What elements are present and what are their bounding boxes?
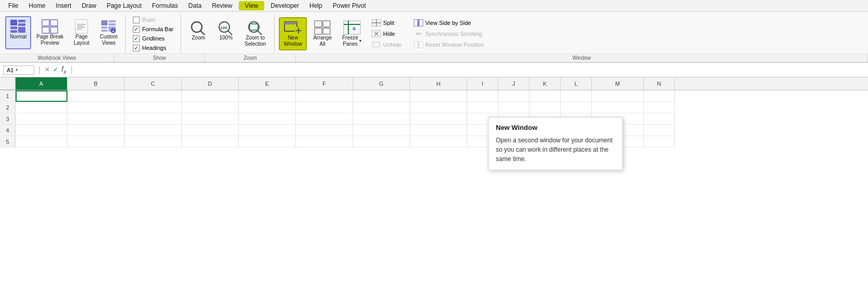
row-num-4[interactable]: 4: [0, 125, 16, 136]
col-header-E[interactable]: E: [239, 77, 296, 90]
cell-B3[interactable]: [67, 113, 125, 125]
cell-A4[interactable]: [16, 125, 67, 136]
page-layout-button[interactable]: Page Layout: [69, 16, 94, 49]
cell-C4[interactable]: [125, 125, 182, 136]
cell-L1[interactable]: [561, 90, 592, 102]
menu-page-layout[interactable]: Page Layout: [102, 1, 145, 10]
menu-home[interactable]: Home: [24, 1, 49, 10]
formula-input[interactable]: [77, 65, 865, 75]
cell-M1[interactable]: [592, 90, 644, 102]
cell-N1[interactable]: [644, 90, 675, 102]
formula-bar-checkbox[interactable]: Formula Bar: [133, 26, 174, 33]
cell-E5[interactable]: [239, 136, 296, 148]
cell-D4[interactable]: [182, 125, 239, 136]
cell-B1[interactable]: [67, 90, 125, 102]
cell-E4[interactable]: [239, 125, 296, 136]
cell-G4[interactable]: [353, 125, 410, 136]
gridlines-checkbox[interactable]: Gridlines: [133, 35, 174, 42]
cell-H4[interactable]: [410, 125, 467, 136]
cell-B2[interactable]: [67, 102, 125, 113]
row-num-5[interactable]: 5: [0, 136, 16, 148]
cell-H3[interactable]: [410, 113, 467, 125]
cell-N5[interactable]: [644, 136, 675, 148]
cell-A2[interactable]: [16, 102, 67, 113]
col-header-A[interactable]: A: [16, 77, 67, 90]
ruler-checkbox[interactable]: Ruler: [133, 17, 174, 23]
cell-K1[interactable]: [530, 90, 561, 102]
cell-F3[interactable]: [296, 113, 353, 125]
col-header-M[interactable]: M: [592, 77, 644, 90]
cell-G2[interactable]: [353, 102, 410, 113]
reset-window-position-button[interactable]: Reset Window Position: [412, 40, 486, 49]
cell-reference-box[interactable]: A1 ▾: [3, 65, 34, 75]
col-header-B[interactable]: B: [67, 77, 125, 90]
menu-power-pivot[interactable]: Power Pivot: [329, 1, 370, 10]
headings-checkbox[interactable]: Headings: [133, 45, 174, 51]
cell-I1[interactable]: [467, 90, 498, 102]
menu-insert[interactable]: Insert: [51, 1, 75, 10]
cell-N4[interactable]: [644, 125, 675, 136]
cell-A3[interactable]: [16, 113, 67, 125]
zoom-100-button[interactable]: 100 100%: [212, 17, 239, 50]
cell-C1[interactable]: [125, 90, 182, 102]
cell-F5[interactable]: [296, 136, 353, 148]
normal-view-button[interactable]: Normal: [5, 16, 31, 49]
split-button[interactable]: Split: [370, 18, 403, 28]
cell-B4[interactable]: [67, 125, 125, 136]
hide-button[interactable]: Hide: [370, 29, 403, 38]
cell-J2[interactable]: [498, 102, 530, 113]
col-header-H[interactable]: H: [410, 77, 467, 90]
cell-D5[interactable]: [182, 136, 239, 148]
cell-K2[interactable]: [530, 102, 561, 113]
synchronous-scrolling-button[interactable]: Synchronous Scrolling: [412, 29, 486, 38]
cell-F1[interactable]: [296, 90, 353, 102]
unhide-button[interactable]: Unhide: [370, 40, 403, 49]
col-header-C[interactable]: C: [125, 77, 182, 90]
view-side-by-side-button[interactable]: View Side by Side: [412, 18, 486, 28]
row-num-1[interactable]: 1: [0, 90, 16, 102]
menu-review[interactable]: Review: [208, 1, 236, 10]
menu-file[interactable]: File: [4, 1, 22, 10]
cell-D2[interactable]: [182, 102, 239, 113]
cell-E3[interactable]: [239, 113, 296, 125]
function-icon[interactable]: fx: [61, 65, 66, 75]
menu-view[interactable]: View: [239, 1, 265, 10]
arrange-all-button[interactable]: Arrange All: [309, 17, 336, 50]
cancel-formula-icon[interactable]: ✕: [45, 66, 50, 73]
menu-draw[interactable]: Draw: [77, 1, 100, 10]
cell-L2[interactable]: [561, 102, 592, 113]
cell-G3[interactable]: [353, 113, 410, 125]
cell-E1[interactable]: [239, 90, 296, 102]
confirm-formula-icon[interactable]: ✓: [53, 66, 58, 73]
col-header-F[interactable]: F: [296, 77, 353, 90]
page-break-preview-button[interactable]: Page Break Preview: [32, 16, 67, 49]
cell-C5[interactable]: [125, 136, 182, 148]
zoom-selection-button[interactable]: Zoom to Selection: [240, 17, 270, 50]
col-header-G[interactable]: G: [353, 77, 410, 90]
row-num-3[interactable]: 3: [0, 113, 16, 125]
cell-G1[interactable]: [353, 90, 410, 102]
cell-A5[interactable]: [16, 136, 67, 148]
menu-help[interactable]: Help: [305, 1, 327, 10]
cell-F2[interactable]: [296, 102, 353, 113]
cell-I2[interactable]: [467, 102, 498, 113]
col-header-L[interactable]: L: [561, 77, 592, 90]
cell-D1[interactable]: [182, 90, 239, 102]
cell-D3[interactable]: [182, 113, 239, 125]
cell-M2[interactable]: [592, 102, 644, 113]
cell-E2[interactable]: [239, 102, 296, 113]
cell-C3[interactable]: [125, 113, 182, 125]
cell-H1[interactable]: [410, 90, 467, 102]
freeze-panes-button[interactable]: ❄ FreezePanes ▾: [338, 17, 365, 50]
cell-C2[interactable]: [125, 102, 182, 113]
cell-N2[interactable]: [644, 102, 675, 113]
menu-data[interactable]: Data: [184, 1, 206, 10]
row-num-2[interactable]: 2: [0, 102, 16, 113]
menu-formulas[interactable]: Formulas: [148, 1, 182, 10]
cell-F4[interactable]: [296, 125, 353, 136]
custom-views-button[interactable]: + Custom Views: [96, 16, 121, 49]
cell-H2[interactable]: [410, 102, 467, 113]
col-header-K[interactable]: K: [530, 77, 561, 90]
zoom-button[interactable]: Zoom: [185, 17, 211, 50]
cell-N3[interactable]: [644, 113, 675, 125]
